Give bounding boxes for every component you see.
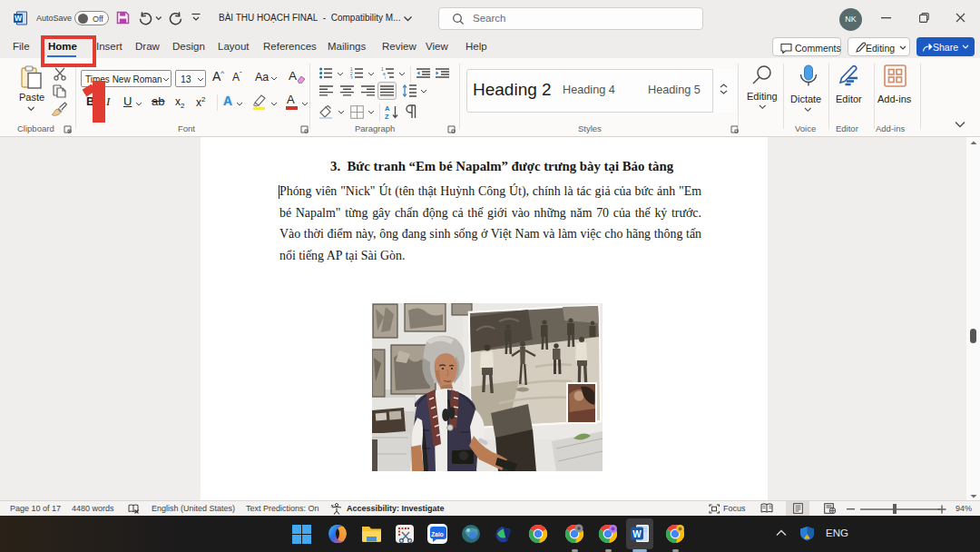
- svg-text:!: !: [807, 535, 808, 539]
- svg-text:3: 3: [350, 76, 353, 80]
- svg-text:Zalo: Zalo: [431, 531, 443, 537]
- svg-text:i: i: [385, 76, 386, 80]
- svg-text:A: A: [385, 104, 390, 113]
- svg-text:Z: Z: [385, 113, 389, 120]
- svg-text:W: W: [632, 529, 642, 539]
